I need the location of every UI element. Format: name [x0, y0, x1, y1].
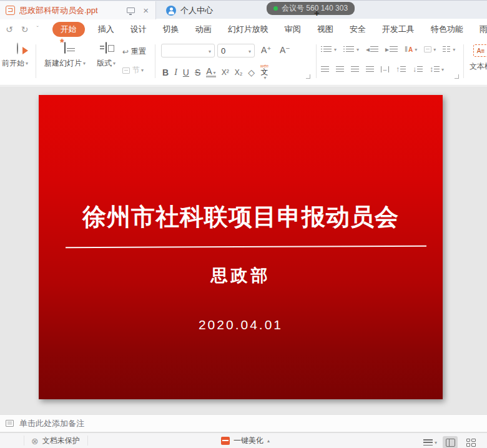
redo-icon[interactable]: ↻	[21, 24, 29, 34]
new-slide-button[interactable]: * 新建幻灯片	[40, 42, 90, 69]
document-tab[interactable]: 思政部科研动员会.ppt ×	[0, 1, 156, 19]
collapse-ribbon-icon[interactable]: ˇ	[36, 26, 38, 32]
font-color-button[interactable]: A	[206, 67, 215, 78]
personal-center-tab[interactable]: 个人中心	[157, 1, 222, 19]
person-icon	[166, 6, 176, 16]
increase-indent-button[interactable]: ▸	[385, 45, 398, 54]
bold-button[interactable]: B	[162, 67, 169, 77]
bullet-list-button[interactable]	[321, 46, 337, 52]
tab-design[interactable]: 设计	[130, 24, 147, 35]
line-spacing-button[interactable]: ↕	[430, 65, 444, 74]
tab-slideshow[interactable]: 幻灯片放映	[228, 24, 268, 35]
tab-developer[interactable]: 开发工具	[382, 24, 415, 35]
column-bars-icon	[447, 46, 450, 52]
notes-icon	[6, 420, 14, 427]
font-dialog-launcher[interactable]	[306, 74, 310, 79]
wps-presentation-icon	[6, 6, 15, 15]
one-click-beautify-button[interactable]: 一键美化 ▴	[221, 436, 270, 446]
notes-bar[interactable]: 单击此处添加备注	[0, 414, 487, 432]
textbox-icon	[473, 44, 487, 57]
align-right-button[interactable]	[351, 66, 359, 72]
font-size-value: 0	[221, 46, 225, 56]
align-left-button[interactable]	[321, 66, 329, 72]
reset-icon: ↩	[122, 47, 129, 56]
reset-label: 重置	[131, 46, 146, 57]
document-protection-button[interactable]: ⊗ 文档未保护	[31, 436, 80, 446]
italic-button[interactable]: I	[174, 67, 177, 77]
slide-workspace: 徐州市社科联项目申报动员会 思政部 2020.04.01	[0, 86, 487, 414]
meeting-id-badge[interactable]: 会议号 560 140 303	[267, 2, 355, 15]
columns-button[interactable]	[443, 46, 455, 52]
paragraph-row-1: ◂ ▸ ‖A	[321, 45, 455, 54]
personal-center-label: 个人中心	[180, 5, 213, 16]
strikethrough-button[interactable]: S	[195, 67, 200, 77]
slide-subtitle[interactable]: 思政部	[39, 264, 443, 287]
tab-view[interactable]: 视图	[317, 24, 333, 35]
subscript-button[interactable]: X₂	[235, 68, 243, 77]
decrease-font-size-button[interactable]: A⁻	[280, 45, 290, 55]
increase-font-size-button[interactable]: A⁺	[261, 45, 272, 55]
start-from-current-label: 前开始	[0, 58, 34, 69]
number-dots-icon	[343, 46, 345, 52]
phonetic-guide-button[interactable]: wén 文	[260, 64, 268, 81]
textbox-button[interactable]: 文本框	[467, 42, 487, 72]
section-button[interactable]: 节	[122, 65, 157, 76]
present-screen-icon[interactable]	[127, 7, 135, 13]
sparkle-icon: *	[60, 37, 64, 49]
toolbar-separator	[155, 44, 155, 78]
divider-line-shape[interactable]	[66, 246, 426, 249]
beautify-label: 一键美化	[234, 436, 263, 446]
reset-button[interactable]: ↩ 重置	[122, 46, 157, 57]
undo-icon[interactable]: ↺	[6, 24, 13, 34]
decrease-indent-button[interactable]: ◂	[366, 45, 378, 54]
font-name-dropdown-icon	[207, 46, 211, 56]
ribbon-toolbar: 前开始 * 新建幻灯片 版式 ↩ 重置 节 0 A⁺ A⁻	[0, 39, 487, 86]
tab-insert[interactable]: 插入	[98, 24, 114, 35]
justify-button[interactable]	[366, 66, 374, 72]
tab-rain-classroom[interactable]: 雨课堂	[480, 24, 487, 35]
bars-icon	[390, 46, 398, 52]
tab-special-features[interactable]: 特色功能	[431, 24, 463, 35]
align-text-button[interactable]	[424, 46, 436, 52]
paragraph-dialog-launcher[interactable]	[455, 74, 459, 79]
document-tab-title: 思政部科研动员会.ppt	[19, 5, 122, 16]
window-tab-bar: 思政部科研动员会.ppt × 个人中心 会议号 560 140 303 +	[0, 0, 487, 19]
text-direction-button[interactable]: ‖A	[405, 45, 417, 54]
numbered-list-button[interactable]	[343, 46, 359, 52]
column-bars-icon	[443, 46, 446, 52]
status-bar: ⊗ 文档未保护 一键美化 ▴	[0, 432, 487, 448]
slide-date[interactable]: 2020.04.01	[39, 317, 443, 332]
arrow-down-glyph: ↓	[413, 65, 416, 74]
direction-a-glyph: A	[408, 46, 413, 53]
tab-transitions[interactable]: 切换	[163, 24, 179, 35]
tab-security[interactable]: 安全	[350, 24, 366, 35]
font-size-select[interactable]: 0	[217, 44, 255, 57]
font-name-select[interactable]	[161, 44, 215, 57]
paragraph-row-2: ↔ ↑ ↓ ↕	[321, 65, 444, 74]
bars-icon	[346, 46, 354, 52]
clear-format-button[interactable]: ◇	[248, 67, 255, 77]
normal-view-button[interactable]	[443, 436, 458, 448]
tab-animations[interactable]: 动画	[195, 24, 212, 35]
underline-button[interactable]: U	[183, 67, 189, 77]
start-from-current-button[interactable]: 前开始	[1, 43, 34, 69]
close-tab-icon[interactable]: ×	[142, 6, 150, 15]
slide-title[interactable]: 徐州市社科联项目申报动员会	[39, 201, 443, 233]
slide-canvas[interactable]: 徐州市社科联项目申报动员会 思政部 2020.04.01	[39, 95, 443, 399]
slide-layout-button[interactable]: 版式	[92, 42, 121, 69]
status-separator	[24, 436, 24, 446]
toolbar-separator	[36, 44, 36, 78]
notes-placeholder: 单击此处添加备注	[19, 418, 84, 429]
superscript-button[interactable]: X²	[222, 68, 229, 77]
increase-line-spacing-button[interactable]: ↑	[396, 65, 406, 74]
tab-home[interactable]: 开始	[52, 22, 85, 37]
slide-sorter-view-button[interactable]	[463, 436, 478, 448]
status-separator	[87, 436, 88, 446]
notes-toggle-button[interactable]	[423, 439, 437, 446]
decrease-line-spacing-button[interactable]: ↓	[413, 65, 423, 74]
tab-review[interactable]: 审阅	[285, 24, 301, 35]
ribbon-tabs: 开始 插入 设计 切换 动画 幻灯片放映 审阅 视图 安全 开发工具 特色功能 …	[47, 22, 487, 37]
beautify-expand-icon: ▴	[267, 438, 270, 444]
align-center-button[interactable]	[336, 66, 344, 72]
distribute-text-button[interactable]: ↔	[381, 66, 389, 72]
